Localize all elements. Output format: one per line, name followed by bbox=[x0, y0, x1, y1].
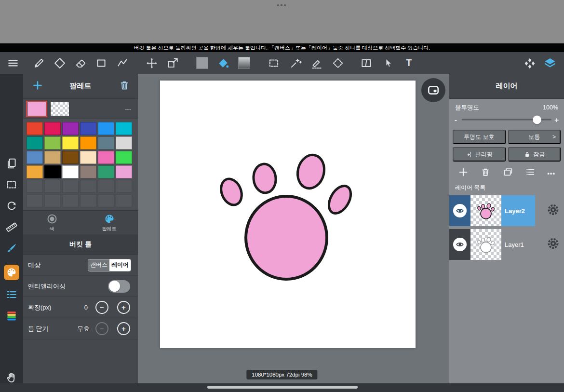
material-panel-button[interactable] bbox=[521, 52, 539, 74]
antialias-toggle[interactable] bbox=[108, 280, 130, 293]
tab-color[interactable]: 색 bbox=[23, 211, 81, 234]
layer-list-view-button[interactable] bbox=[525, 167, 536, 179]
palette-swatch[interactable] bbox=[98, 151, 114, 164]
selection-button[interactable] bbox=[0, 176, 23, 193]
palette-swatch[interactable] bbox=[80, 136, 96, 149]
palette-swatch[interactable] bbox=[44, 165, 61, 178]
palette-swatch-empty[interactable] bbox=[27, 180, 43, 193]
palette-swatch-empty[interactable] bbox=[98, 194, 114, 207]
palette-swatch-empty[interactable] bbox=[116, 194, 132, 207]
magic-wand-tool-button[interactable] bbox=[286, 52, 305, 74]
select-rect-tool-button[interactable] bbox=[265, 52, 283, 74]
color-set-button[interactable] bbox=[0, 307, 23, 324]
more-options-button[interactable]: ••• bbox=[547, 170, 555, 177]
delete-palette-color-button[interactable] bbox=[119, 80, 130, 93]
shape-tool-button[interactable] bbox=[92, 52, 110, 74]
brush-tool-rail-button[interactable] bbox=[0, 240, 23, 257]
palette-swatch-empty[interactable] bbox=[80, 194, 96, 207]
palette-swatch-empty[interactable] bbox=[62, 194, 79, 207]
layer1-visibility-toggle[interactable] bbox=[449, 229, 470, 260]
polyline-tool-button[interactable] bbox=[113, 52, 132, 74]
palette-swatch[interactable] bbox=[116, 136, 132, 149]
color-swatch-button[interactable] bbox=[193, 52, 211, 74]
palette-swatch[interactable] bbox=[27, 136, 43, 149]
pen-tool-button[interactable] bbox=[30, 52, 48, 74]
canvas[interactable] bbox=[160, 81, 416, 348]
expand-increase-button[interactable]: + bbox=[117, 301, 130, 314]
opacity-increase[interactable]: + bbox=[554, 116, 559, 124]
layer1-name-cell[interactable]: Layer1 bbox=[501, 229, 535, 260]
palette-swatch[interactable] bbox=[27, 165, 43, 178]
opacity-decrease[interactable]: - bbox=[455, 116, 457, 124]
delete-layer-button[interactable] bbox=[480, 167, 491, 179]
gap-increase-button[interactable]: + bbox=[117, 322, 130, 335]
tab-palette[interactable]: 팔레트 bbox=[81, 211, 138, 234]
rotate-view-button[interactable] bbox=[0, 197, 23, 215]
palette-swatch[interactable] bbox=[62, 151, 79, 164]
text-tool-button[interactable]: T bbox=[400, 52, 418, 74]
palette-swatch-empty[interactable] bbox=[62, 180, 79, 193]
palette-swatch[interactable] bbox=[98, 136, 114, 149]
palette-swatch[interactable] bbox=[27, 122, 43, 135]
palette-swatch[interactable] bbox=[116, 165, 132, 178]
opacity-slider-track[interactable] bbox=[462, 119, 551, 121]
bucket-tool-button[interactable] bbox=[214, 52, 232, 74]
panel-divide-tool-button[interactable] bbox=[357, 52, 376, 74]
move-tool-button[interactable] bbox=[143, 52, 161, 74]
palette-swatch[interactable] bbox=[44, 136, 61, 149]
duplicate-layer-button[interactable] bbox=[503, 167, 513, 179]
palette-swatch[interactable] bbox=[62, 122, 79, 135]
layer2-name-cell[interactable]: Layer2 bbox=[501, 195, 535, 226]
layer1-thumbnail[interactable] bbox=[470, 229, 501, 260]
palette-swatch-empty[interactable] bbox=[44, 194, 61, 207]
select-pen-tool-button[interactable] bbox=[308, 52, 326, 74]
palette-swatch-empty[interactable] bbox=[98, 180, 114, 193]
target-canvas-option[interactable]: 캔버스 bbox=[88, 259, 109, 271]
protect-alpha-button[interactable]: 투명도 보호 bbox=[453, 130, 506, 144]
transform-tool-button[interactable] bbox=[163, 52, 182, 74]
layers-panel-button[interactable] bbox=[541, 52, 559, 74]
palette-swatch[interactable] bbox=[116, 122, 132, 135]
menu-button[interactable] bbox=[4, 52, 22, 74]
clipping-button[interactable]: 클리핑 bbox=[453, 147, 506, 162]
gradient-tool-button[interactable] bbox=[235, 52, 253, 74]
palette-swatch[interactable] bbox=[62, 136, 79, 149]
horizontal-scrollbar[interactable] bbox=[207, 386, 358, 389]
blend-mode-button[interactable]: 보통 > bbox=[508, 130, 561, 144]
add-layer-button[interactable] bbox=[458, 167, 469, 179]
palette-swatch[interactable] bbox=[80, 122, 96, 135]
brush-list-button[interactable] bbox=[0, 286, 23, 303]
layer1-settings-button[interactable] bbox=[547, 237, 560, 252]
expand-decrease-button[interactable]: − bbox=[95, 301, 108, 314]
palette-swatch[interactable] bbox=[80, 165, 96, 178]
palette-swatch-empty[interactable] bbox=[44, 180, 61, 193]
palette-swatch[interactable] bbox=[98, 165, 114, 178]
layer-row-2[interactable]: Layer2 bbox=[449, 195, 564, 226]
palette-swatch[interactable] bbox=[98, 122, 114, 135]
layer2-thumbnail[interactable] bbox=[470, 195, 501, 226]
eraser-tool-button[interactable] bbox=[71, 52, 90, 74]
current-color-swatch[interactable] bbox=[27, 102, 46, 116]
opacity-slider-knob[interactable] bbox=[533, 115, 541, 124]
soft-eraser-tool-button[interactable] bbox=[51, 52, 69, 74]
operation-tool-button[interactable] bbox=[379, 52, 397, 74]
layer2-visibility-toggle[interactable] bbox=[449, 195, 470, 226]
palette-panel-rail-button[interactable] bbox=[0, 263, 23, 282]
palette-swatch[interactable] bbox=[116, 151, 132, 164]
multitask-handle[interactable]: ••• bbox=[277, 1, 287, 9]
palette-swatch[interactable] bbox=[44, 151, 61, 164]
select-eraser-tool-button[interactable] bbox=[329, 52, 347, 74]
palette-swatch-empty[interactable] bbox=[27, 194, 43, 207]
palette-swatch[interactable] bbox=[27, 151, 43, 164]
palette-swatch-empty[interactable] bbox=[80, 180, 96, 193]
lock-button[interactable]: 잠금 bbox=[508, 147, 561, 162]
add-palette-color-button[interactable] bbox=[32, 80, 43, 93]
palette-swatch[interactable] bbox=[44, 122, 61, 135]
palette-swatch[interactable] bbox=[80, 151, 96, 164]
ruler-button[interactable] bbox=[0, 218, 23, 236]
gap-decrease-button[interactable]: − bbox=[95, 322, 108, 335]
target-layer-option[interactable]: 레이어 bbox=[109, 259, 131, 271]
layer2-settings-button[interactable] bbox=[547, 203, 560, 218]
palette-swatch[interactable] bbox=[62, 165, 79, 178]
layer-row-1[interactable]: Layer1 bbox=[449, 229, 564, 260]
